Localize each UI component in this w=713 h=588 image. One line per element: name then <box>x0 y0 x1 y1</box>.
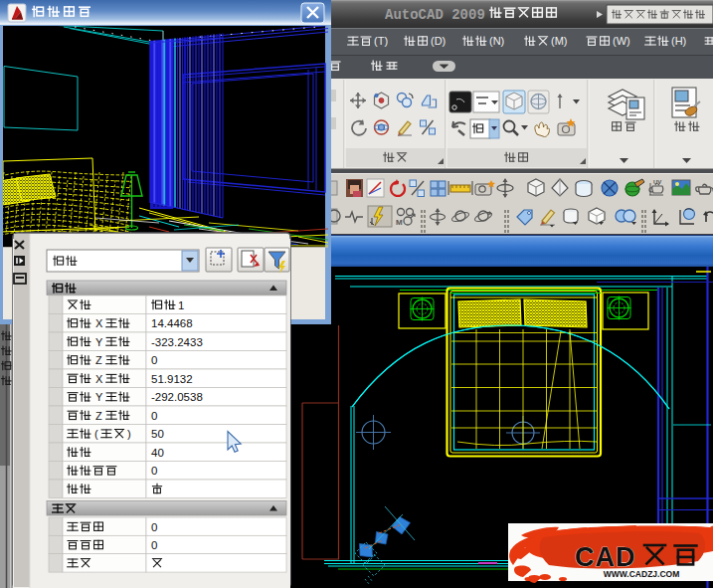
svg-text:(M): (M) <box>551 35 568 47</box>
svg-text:CAD: CAD <box>575 542 636 572</box>
svg-text:0: 0 <box>151 410 157 422</box>
svg-text:50: 50 <box>151 428 164 440</box>
svg-text:(H): (H) <box>671 35 686 47</box>
svg-text:-292.0538: -292.0538 <box>151 391 203 403</box>
svg-text:0: 0 <box>151 521 157 533</box>
svg-text:(N): (N) <box>489 35 504 47</box>
svg-text:(T): (T) <box>374 35 388 47</box>
svg-text:M: M <box>396 218 403 227</box>
svg-text:): ) <box>127 428 131 440</box>
svg-text:40: 40 <box>151 447 164 459</box>
svg-text:Y: Y <box>95 391 103 403</box>
svg-text:WWW.CADZJ.COM: WWW.CADZJ.COM <box>604 569 680 579</box>
svg-text:0: 0 <box>151 354 157 366</box>
svg-text:UV: UV <box>653 179 661 185</box>
svg-text:1: 1 <box>178 299 184 311</box>
svg-text:(: ( <box>94 428 98 440</box>
svg-text:Z: Z <box>95 410 102 422</box>
svg-text:14.4468: 14.4468 <box>151 317 193 329</box>
svg-text:Y: Y <box>95 336 103 348</box>
svg-text:(W): (W) <box>613 35 630 47</box>
svg-text:AutoCAD 2009: AutoCAD 2009 <box>385 7 485 23</box>
svg-text:-323.2433: -323.2433 <box>151 336 203 348</box>
svg-text:0: 0 <box>151 465 157 477</box>
svg-text:(D): (D) <box>431 35 446 47</box>
svg-text:X: X <box>95 317 103 329</box>
svg-text:X: X <box>95 373 103 385</box>
svg-text:Z: Z <box>95 354 102 366</box>
svg-text:0: 0 <box>151 539 157 551</box>
svg-text:51.9132: 51.9132 <box>151 373 193 385</box>
